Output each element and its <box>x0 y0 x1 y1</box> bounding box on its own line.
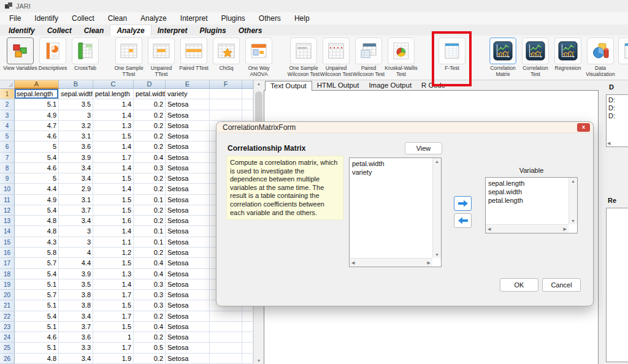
cell[interactable]: 5.1 <box>15 322 59 332</box>
menu-item[interactable]: Identify <box>28 13 65 24</box>
menu-item[interactable]: Interpret <box>174 13 215 24</box>
cell[interactable]: 0.3 <box>134 279 166 290</box>
cell[interactable] <box>242 332 253 343</box>
cell[interactable]: 1.5 <box>93 205 134 216</box>
title-bar[interactable]: JARI <box>0 0 628 12</box>
toolbar-button-unpaired-ttest[interactable]: Unpaired TTest <box>146 37 177 78</box>
cell[interactable]: 0.4 <box>134 258 166 268</box>
cell[interactable]: 0.2 <box>134 110 166 121</box>
cell[interactable]: 4.8 <box>15 216 59 226</box>
cell[interactable]: 4.3 <box>15 237 59 248</box>
scroll-left-icon[interactable]: ◀ <box>351 260 354 265</box>
cell[interactable]: 3.4 <box>59 163 93 173</box>
cell[interactable]: 1.6 <box>93 216 134 226</box>
data-file-item[interactable]: D: <box>608 104 628 112</box>
cell[interactable]: 0.2 <box>134 131 166 142</box>
cell[interactable] <box>242 322 253 332</box>
cell[interactable]: 1.3 <box>93 121 134 131</box>
horizontal-scrollbar[interactable]: ◀▶ <box>486 224 569 233</box>
row-number[interactable]: 3 <box>0 110 15 121</box>
row-number[interactable]: 14 <box>0 226 15 237</box>
cell[interactable]: 1 <box>93 332 134 343</box>
cell[interactable]: Setosa <box>166 311 210 322</box>
cell[interactable]: Setosa <box>166 343 210 353</box>
cell[interactable]: 1.2 <box>93 248 134 258</box>
cell[interactable]: 5.4 <box>15 153 59 163</box>
cell[interactable]: Setosa <box>166 226 210 237</box>
row-number[interactable]: 25 <box>0 343 15 353</box>
cell[interactable]: 3.4 <box>59 311 93 322</box>
cell[interactable]: 4.4 <box>15 184 59 194</box>
cell[interactable]: 3.9 <box>59 269 93 279</box>
cell[interactable]: Setosa <box>166 279 210 290</box>
cell[interactable]: 3 <box>59 237 93 248</box>
column-header-partial[interactable] <box>242 80 253 89</box>
toolbar-button-view-variables[interactable]: View Variables <box>5 37 36 72</box>
selected-variables-listbox[interactable]: sepal.lengthsepal.widthpetal.length ▲▼ ◀… <box>485 177 578 233</box>
cell[interactable]: 1.4 <box>93 142 134 152</box>
row-number[interactable]: 4 <box>0 121 15 131</box>
toolbar-button-one-sample-ttest[interactable]: One Sample TTest <box>113 37 144 78</box>
list-item[interactable]: sepal.length <box>488 179 567 188</box>
cell[interactable]: 0.2 <box>134 354 166 364</box>
toolbar-button-crosstab[interactable]: CrossTab <box>70 37 101 72</box>
ribbon-tab[interactable]: Identify <box>2 25 41 36</box>
cell[interactable]: Setosa <box>166 322 210 332</box>
cell[interactable]: 5.1 <box>15 279 59 290</box>
cell[interactable]: 0.2 <box>134 205 166 216</box>
cell[interactable]: 5.4 <box>15 269 59 279</box>
row-number[interactable]: 13 <box>0 216 15 226</box>
cell[interactable]: 4.6 <box>15 163 59 173</box>
toolbar-button-paired-ttest[interactable]: Paired TTest <box>178 37 209 72</box>
cell[interactable]: 3.5 <box>59 99 93 110</box>
ribbon-tab[interactable]: Interpret <box>151 25 194 36</box>
cell[interactable]: 0.3 <box>134 300 166 311</box>
cell[interactable] <box>210 311 242 322</box>
column-header-d[interactable]: D <box>134 80 166 89</box>
cell[interactable]: Setosa <box>166 131 210 142</box>
list-item[interactable]: petal.width <box>352 159 431 168</box>
cell[interactable]: 0.1 <box>134 237 166 248</box>
ribbon-tab[interactable]: Plugins <box>193 25 232 36</box>
toolbar-button-chisq[interactable]: ChiSq <box>211 37 242 72</box>
dialog-title-bar[interactable]: CorrelationMatrixForm x <box>216 122 593 133</box>
cell[interactable]: 1.4 <box>93 184 134 194</box>
cell[interactable]: 3 <box>59 226 93 237</box>
toolbar-button-partial[interactable] <box>616 37 628 64</box>
cell[interactable]: 3.9 <box>59 153 93 163</box>
row-number[interactable]: 5 <box>0 131 15 142</box>
scroll-down-icon[interactable]: ▼ <box>435 252 439 257</box>
scroll-right-icon[interactable]: ▶ <box>564 227 567 232</box>
row-number[interactable]: 9 <box>0 173 15 184</box>
list-item[interactable]: petal.length <box>488 196 567 205</box>
data-files-list[interactable]: D:D:D: ◀ <box>606 94 628 147</box>
cell[interactable]: Setosa <box>166 195 210 205</box>
cell[interactable]: 1.7 <box>93 343 134 353</box>
menu-item[interactable]: Help <box>288 13 316 24</box>
cell[interactable]: petal.length <box>93 89 134 99</box>
cell[interactable]: 5.7 <box>15 290 59 300</box>
cell[interactable]: Setosa <box>166 332 210 343</box>
cell[interactable]: 4.7 <box>15 121 59 131</box>
cell[interactable]: 3.6 <box>59 142 93 152</box>
toolbar-button-data-visualization[interactable]: Data Visualization <box>585 37 616 78</box>
cell[interactable]: 0.1 <box>134 226 166 237</box>
menu-item[interactable]: Others <box>252 13 288 24</box>
cell[interactable]: Setosa <box>166 205 210 216</box>
cell[interactable]: Setosa <box>166 153 210 163</box>
vertical-scrollbar[interactable]: ▲▼ <box>432 158 441 258</box>
toolbar-button-correlation-matrix[interactable]: Correlation Matrix <box>488 37 518 78</box>
cell[interactable]: 0.4 <box>134 153 166 163</box>
view-button[interactable]: View <box>405 142 442 154</box>
cell[interactable]: Setosa <box>166 354 210 364</box>
cell[interactable] <box>242 99 253 110</box>
cell[interactable]: Setosa <box>166 248 210 258</box>
scroll-up-icon[interactable]: ▲ <box>254 82 264 86</box>
scroll-left-icon[interactable]: ◀ <box>488 227 491 232</box>
cell[interactable]: 3.4 <box>59 354 93 364</box>
move-right-button[interactable] <box>454 196 472 211</box>
cell[interactable] <box>210 332 242 343</box>
column-header-c[interactable]: C <box>93 80 134 89</box>
menu-item[interactable]: Clean <box>101 13 134 24</box>
cell[interactable]: 5.1 <box>15 343 59 353</box>
